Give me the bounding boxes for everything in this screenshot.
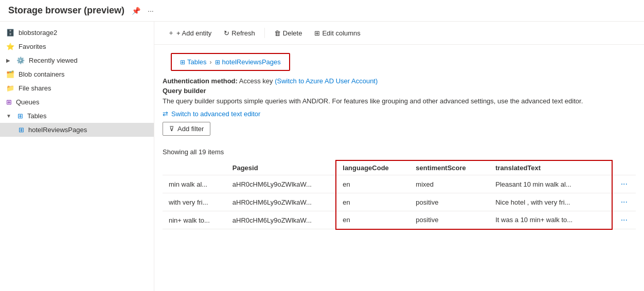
table-row: min walk al... aHR0cHM6Ly9oZWlkaW... en … <box>163 175 636 193</box>
row-more-button[interactable]: ··· <box>619 178 630 190</box>
info-section: Authentication method: Access key (Switc… <box>154 75 644 146</box>
sidebar-item-label: Blob containers <box>19 70 65 78</box>
toolbar: ＋ + Add entity ↻ Refresh 🗑 Delete ⊞ Edit… <box>154 22 644 45</box>
col-header-translated-text[interactable]: translatedText <box>489 160 612 175</box>
filter-icon: ⊽ <box>169 125 174 133</box>
star-icon: ⭐ <box>6 43 14 50</box>
table-header-row: Pagesid languageCode sentimentScore tran… <box>163 160 636 175</box>
cell-language-2: en <box>336 211 409 229</box>
sidebar: 🗄️ blobstorage2 ⭐ Favorites ▶ ⚙️ Recentl… <box>0 22 154 291</box>
table-icon: ⊞ <box>17 112 23 120</box>
cell-language-1: en <box>336 193 409 211</box>
breadcrumb-hotel-reviews-pages[interactable]: ⊞ hotelReviewsPages <box>215 58 281 66</box>
col-header-sentiment-score[interactable]: sentimentScore <box>409 160 489 175</box>
col-header-language-code[interactable]: languageCode <box>336 160 409 175</box>
cell-language-0: en <box>336 175 409 193</box>
sidebar-item-blobstorage2[interactable]: 🗄️ blobstorage2 <box>0 26 154 40</box>
col-header-actions <box>612 160 636 175</box>
content-area: ＋ + Add entity ↻ Refresh 🗑 Delete ⊞ Edit… <box>154 22 644 291</box>
cell-pagesid-1: aHR0cHM6Ly9oZWlkaW... <box>226 193 336 211</box>
cell-translated-1: Nice hotel , with very fri... <box>489 193 612 211</box>
add-icon: ＋ <box>168 28 174 38</box>
refresh-button[interactable]: ↻ Refresh <box>219 27 260 40</box>
sidebar-item-recently-viewed[interactable]: ▶ ⚙️ Recently viewed <box>0 53 154 67</box>
auth-value-text: Access key <box>239 77 273 85</box>
sidebar-item-hotel-reviews-pages[interactable]: ⊞ hotelReviewsPages <box>0 123 154 137</box>
switch-editor-link[interactable]: ⇄ Switch to advanced text editor <box>163 110 636 118</box>
add-entity-button[interactable]: ＋ + Add entity <box>163 26 217 40</box>
col-header-1 <box>163 160 226 175</box>
sidebar-item-blob-containers[interactable]: 🗂️ Blob containers <box>0 67 154 81</box>
blob-icon: 🗂️ <box>6 70 14 78</box>
table-row: nin+ walk to... aHR0cHM6Ly9oZWlkaW... en… <box>163 211 636 229</box>
sidebar-item-label: Recently viewed <box>29 57 78 64</box>
table-row: with very fri... aHR0cHM6Ly9oZWlkaW... e… <box>163 193 636 211</box>
cell-col1-2: nin+ walk to... <box>163 211 226 229</box>
breadcrumb-table2-icon: ⊞ <box>215 59 220 66</box>
cell-col1-1: with very fri... <box>163 193 226 211</box>
row-more-button[interactable]: ··· <box>619 196 630 208</box>
sidebar-item-queues[interactable]: ⊞ Queues <box>0 95 154 109</box>
breadcrumb-table-icon: ⊞ <box>180 59 185 66</box>
table-container: Pagesid languageCode sentimentScore tran… <box>154 160 644 291</box>
row-more-button[interactable]: ··· <box>619 214 630 226</box>
storage-icon: 🗄️ <box>6 29 14 37</box>
cell-sentiment-2: positive <box>409 211 489 229</box>
cell-translated-0: Pleasant 10 min walk al... <box>489 175 612 193</box>
cell-actions-1[interactable]: ··· <box>612 193 636 211</box>
more-options-icon[interactable]: ··· <box>148 7 154 15</box>
cell-translated-2: It was a 10 min+ walk to... <box>489 211 612 229</box>
auth-switch-link[interactable]: (Switch to Azure AD User Account) <box>275 77 378 85</box>
add-filter-button[interactable]: ⊽ Add filter <box>163 122 210 136</box>
sidebar-item-favorites[interactable]: ⭐ Favorites <box>0 40 154 53</box>
cell-pagesid-0: aHR0cHM6Ly9oZWlkaW... <box>226 175 336 193</box>
breadcrumb: ⊞ Tables › ⊞ hotelReviewsPages <box>171 53 290 71</box>
page-title: Storage browser (preview) <box>8 5 124 16</box>
breadcrumb-tables[interactable]: ⊞ Tables <box>180 58 207 66</box>
sidebar-item-label: Favorites <box>19 43 46 50</box>
cell-actions-0[interactable]: ··· <box>612 175 636 193</box>
sidebar-item-label: hotelReviewsPages <box>28 126 87 134</box>
file-icon: 📁 <box>6 84 14 92</box>
gear-icon: ⚙️ <box>16 57 25 64</box>
cell-sentiment-1: positive <box>409 193 489 211</box>
delete-button[interactable]: 🗑 Delete <box>269 27 308 40</box>
cell-pagesid-2: aHR0cHM6Ly9oZWlkaW... <box>226 211 336 229</box>
sidebar-item-file-shares[interactable]: 📁 File shares <box>0 81 154 95</box>
sidebar-item-tables[interactable]: ▼ ⊞ Tables <box>0 109 154 123</box>
expand-icon: ▶ <box>6 58 10 63</box>
auth-row: Authentication method: Access key (Switc… <box>163 77 636 85</box>
toolbar-divider <box>264 28 265 38</box>
breadcrumb-separator: › <box>210 59 212 66</box>
edit-columns-icon: ⊞ <box>314 29 320 37</box>
refresh-icon: ↻ <box>224 29 229 37</box>
expand-icon: ▼ <box>6 113 11 119</box>
sidebar-item-label: File shares <box>19 84 51 92</box>
queue-icon: ⊞ <box>6 98 12 106</box>
query-builder-desc: The query builder supports simple querie… <box>163 97 636 106</box>
query-builder-title: Query builder <box>163 87 636 95</box>
switch-icon: ⇄ <box>163 110 168 118</box>
pin-icon[interactable]: 📌 <box>132 7 140 15</box>
cell-sentiment-0: mixed <box>409 175 489 193</box>
col-header-pagesid[interactable]: Pagesid <box>226 160 336 175</box>
cell-actions-2[interactable]: ··· <box>612 211 636 229</box>
table-child-icon: ⊞ <box>19 126 24 134</box>
delete-icon: 🗑 <box>274 29 281 37</box>
sidebar-item-label: Tables <box>27 112 47 120</box>
sidebar-item-label: Queues <box>16 98 40 106</box>
sidebar-item-label: blobstorage2 <box>19 29 57 37</box>
data-table: Pagesid languageCode sentimentScore tran… <box>163 160 636 230</box>
cell-col1-0: min walk al... <box>163 175 226 193</box>
auth-label: Authentication method: <box>163 77 238 85</box>
edit-columns-button[interactable]: ⊞ Edit columns <box>309 27 365 40</box>
items-count: Showing all 19 items <box>154 146 644 160</box>
